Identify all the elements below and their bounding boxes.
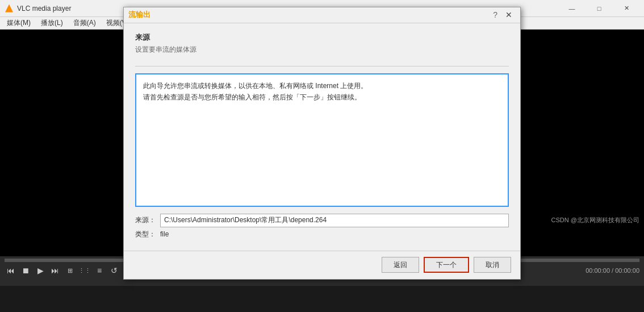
stop-button[interactable]: ⏹	[19, 264, 32, 277]
playback-area: CSDN @北京网测科技有限公司 流输出 ? ✕ 来源 设置要串流的媒体源	[0, 30, 644, 256]
source-input[interactable]	[160, 214, 509, 227]
description-line-1: 此向导允许您串流或转换媒体，以供在本地、私有网络或 Internet 上使用。	[143, 80, 501, 91]
maximize-button[interactable]: □	[586, 0, 612, 17]
vlc-icon	[5, 4, 14, 13]
section-title: 来源	[135, 32, 509, 43]
toggle1-button[interactable]: ⊞	[64, 264, 76, 277]
window-controls: — □ ✕	[559, 0, 639, 17]
description-box: 此向导允许您串流或转换媒体，以供在本地、私有网络或 Internet 上使用。 …	[135, 73, 509, 207]
vlc-main-area: CSDN @北京网测科技有限公司 流输出 ? ✕ 来源 设置要串流的媒体源	[0, 30, 644, 286]
modal-overlay: 流输出 ? ✕ 来源 设置要串流的媒体源 此向导允许您串流或转换媒体，以供在本地…	[0, 30, 644, 256]
prev-button[interactable]: ⏮	[5, 264, 17, 277]
type-label: 类型：	[135, 230, 156, 239]
menu-audio[interactable]: 音频(A)	[69, 17, 101, 30]
source-row: 来源：	[135, 214, 509, 227]
next-button[interactable]: 下一个	[424, 257, 469, 273]
cancel-button[interactable]: 取消	[474, 257, 511, 273]
toggle2-button[interactable]: ⋮⋮	[78, 264, 91, 277]
back-button[interactable]: 返回	[382, 257, 419, 273]
dialog-title: 流输出	[128, 10, 493, 20]
minimize-button[interactable]: —	[559, 0, 585, 17]
type-row: 类型： file	[135, 230, 509, 239]
separator	[135, 66, 509, 66]
source-label: 来源：	[135, 215, 156, 225]
next-button-ctrl[interactable]: ⏭	[49, 264, 61, 277]
dialog-title-bar: 流输出 ? ✕	[124, 7, 520, 23]
play-button[interactable]: ▶	[34, 264, 47, 277]
dialog-close-button[interactable]: ✕	[502, 9, 516, 20]
menu-playback[interactable]: 播放(L)	[36, 17, 68, 30]
vlc-window: VLC media player — □ ✕ 媒体(M) 播放(L) 音频(A)…	[0, 0, 644, 312]
menu-media[interactable]: 媒体(M)	[2, 17, 35, 30]
playlist-button[interactable]: ≡	[93, 264, 106, 277]
type-value: file	[160, 230, 169, 238]
dialog-footer: 返回 下一个 取消	[124, 251, 520, 279]
source-info: 来源： 类型： file	[135, 214, 509, 239]
dialog-body: 来源 设置要串流的媒体源 此向导允许您串流或转换媒体，以供在本地、私有网络或 I…	[124, 23, 520, 251]
close-button[interactable]: ✕	[613, 0, 639, 17]
repeat-button[interactable]: ↺	[108, 264, 120, 277]
time-display: 00:00:00 / 00:00:00	[586, 267, 639, 274]
section-subtitle: 设置要串流的媒体源	[135, 45, 509, 55]
help-icon[interactable]: ?	[493, 10, 497, 19]
stream-output-dialog: 流输出 ? ✕ 来源 设置要串流的媒体源 此向导允许您串流或转换媒体，以供在本地…	[123, 7, 521, 280]
description-line-2: 请首先检查源是否与您所希望的输入相符，然后按「下一步」按钮继续。	[143, 91, 501, 103]
